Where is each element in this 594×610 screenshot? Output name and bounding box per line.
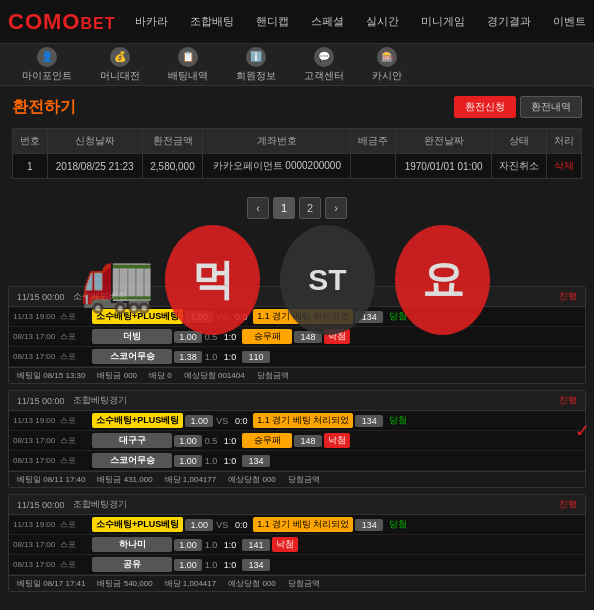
betting-history-nav[interactable]: 📋 배팅내역 <box>156 43 220 87</box>
bet-score: 1:0 <box>220 560 240 570</box>
bet-panel-3-header: 11/15 00:00 조합베팅경기 진행 <box>9 495 585 515</box>
bet-odds-a: 148 <box>294 435 322 447</box>
panel3-status: 진행 <box>559 498 577 511</box>
customer-service-nav[interactable]: 💬 고객센터 <box>292 43 356 87</box>
bet-row: 08/13 17:00 스포 공유 1.00 1.0 1:0 134 <box>9 555 585 575</box>
bet-away: 승무패 <box>242 433 292 448</box>
casino-nav[interactable]: 🎰 카시안 <box>360 43 414 87</box>
bet-home: 대구구 <box>92 433 172 448</box>
bet-league: 스포 <box>60 455 90 466</box>
bet-score: 1:0 <box>220 456 240 466</box>
customer-service-icon: 💬 <box>314 47 334 67</box>
customer-service-label: 고객센터 <box>304 69 344 83</box>
bet-home: 더빙 <box>92 329 172 344</box>
bet-row: 11/13 19:00 스포 소수배팅+PLUS베팅 1.00 VS 0:0 1… <box>9 411 585 431</box>
footer-result-label: 당첨금액 <box>288 578 320 589</box>
panel2-date: 11/15 00:00 <box>17 396 65 406</box>
footer-expected: 예상당첨 000 <box>228 578 276 589</box>
bet-score: 0:0 <box>231 520 251 530</box>
footer-rate: 배당 1,004417 <box>165 578 217 589</box>
cell-status: 자진취소 <box>491 154 547 179</box>
bet-panel-1: 11/15 00:00 소수배팅베팅 진행 11/13 19:00 스포 소수배… <box>8 286 586 384</box>
bet-score: 1:0 <box>220 352 240 362</box>
next-page-button[interactable]: › <box>325 197 347 219</box>
bet-odds-h: 1.00 <box>185 311 213 323</box>
bet-odds-h: 1.00 <box>174 539 202 551</box>
nav-event[interactable]: 이벤트 <box>543 10 594 33</box>
footer-date: 베팅일 08/17 17:41 <box>17 578 85 589</box>
betting-history-label: 배팅내역 <box>168 69 208 83</box>
nav-live[interactable]: 실시간 <box>356 10 409 33</box>
col-request-date: 신청날짜 <box>47 129 142 154</box>
footer-amount: 배팅금 431,000 <box>97 474 152 485</box>
bet-away: 1.1 경기 베팅 처리되었 <box>253 413 353 428</box>
bet-odds-h: 1.38 <box>174 351 202 363</box>
bet-panel-2-footer: 베팅일 08/11 17:40 배팅금 431,000 배당 1,004177 … <box>9 471 585 487</box>
bet-odds-a: 134 <box>355 519 383 531</box>
money-battle-nav[interactable]: 💰 머니대전 <box>88 43 152 87</box>
withdrawal-request-button[interactable]: 환전신청 <box>454 96 516 118</box>
bet-odds-a: 134 <box>242 455 270 467</box>
table-row: 1 2018/08/25 21:23 2,580,000 카카오페이먼트 000… <box>13 154 582 179</box>
bet-row: 11/13 19:00 스포 소수배팅+PLUS베팅 1.00 VS 0:0 1… <box>9 515 585 535</box>
bet-vs: 1.0 <box>204 352 218 362</box>
bet-vs: 0.5 <box>204 332 218 342</box>
bet-panel-2: 11/15 00:00 조합베팅경기 진행 11/13 19:00 스포 소수배… <box>8 390 586 488</box>
bet-home: 소수배팅+PLUS베팅 <box>92 517 183 532</box>
page-2-button[interactable]: 2 <box>299 197 321 219</box>
nav-result[interactable]: 경기결과 <box>477 10 541 33</box>
bet-date: 08/13 17:00 <box>13 352 58 361</box>
bet-score: 1:0 <box>220 332 240 342</box>
panel3-date: 11/15 00:00 <box>17 500 65 510</box>
checkmark-icon: ✓ <box>575 420 590 442</box>
bet-vs: VS <box>215 520 229 530</box>
cell-action[interactable]: 삭제 <box>547 154 582 179</box>
nav-handicap[interactable]: 핸디캡 <box>246 10 299 33</box>
bet-vs: VS <box>215 416 229 426</box>
nav-minigame[interactable]: 미니게임 <box>411 10 475 33</box>
nav-special[interactable]: 스페셜 <box>301 10 354 33</box>
money-battle-icon: 💰 <box>110 47 130 67</box>
nav-combo[interactable]: 조합배팅 <box>180 10 244 33</box>
page-1-button[interactable]: 1 <box>273 197 295 219</box>
bet-league: 스포 <box>60 311 90 322</box>
nav-baccarat[interactable]: 바카라 <box>125 10 178 33</box>
col-holder: 배금주 <box>351 129 396 154</box>
pagination: ‹ 1 2 › <box>12 189 582 227</box>
bet-home: 공유 <box>92 557 172 572</box>
bet-score: 0:0 <box>231 312 251 322</box>
header-buttons: 환전신청 환전내역 <box>454 96 582 118</box>
bet-result-status: 당첨 <box>385 517 411 532</box>
logo-bet: BET <box>80 15 115 32</box>
bet-home: 소수배팅+PLUS베팅 <box>92 309 183 324</box>
bet-vs: VS <box>215 312 229 322</box>
footer-result-label: 당첨금액 <box>288 474 320 485</box>
bet-panel-1-header: 11/15 00:00 소수배팅베팅 진행 <box>9 287 585 307</box>
bet-result-status: 당첨 <box>385 413 411 428</box>
footer-rate: 배당 0 <box>149 370 172 381</box>
panel1-status: 진행 <box>559 290 577 303</box>
bet-vs: 1.0 <box>204 560 218 570</box>
bet-date: 11/13 19:00 <box>13 312 58 321</box>
footer-amount: 배팅금 000 <box>97 370 137 381</box>
my-points-nav[interactable]: 👤 마이포인트 <box>10 43 84 87</box>
bet-odds-a: 134 <box>242 559 270 571</box>
bet-vs: 0.5 <box>204 436 218 446</box>
bet-panel-2-header: 11/15 00:00 조합베팅경기 진행 <box>9 391 585 411</box>
withdrawal-history-button[interactable]: 환전내역 <box>520 96 582 118</box>
bet-result-status: 낙첨 <box>324 329 350 344</box>
col-action: 처리 <box>547 129 582 154</box>
bet-row: 08/13 17:00 스포 스코어무승 1.00 1.0 1:0 134 <box>9 451 585 471</box>
member-info-nav[interactable]: ℹ️ 회원정보 <box>224 43 288 87</box>
bet-home: 하나미 <box>92 537 172 552</box>
prev-page-button[interactable]: ‹ <box>247 197 269 219</box>
bet-row: 08/13 17:00 스포 더빙 1.00 0.5 1:0 승무패 148 낙… <box>9 327 585 347</box>
panel2-league: 조합베팅경기 <box>73 394 127 407</box>
bet-row: 08/13 17:00 스포 대구구 1.00 0.5 1:0 승무패 148 … <box>9 431 585 451</box>
bet-home: 소수배팅+PLUS베팅 <box>92 413 183 428</box>
icon-navigation: 👤 마이포인트 💰 머니대전 📋 배팅내역 ℹ️ 회원정보 💬 고객센터 🎰 카… <box>0 44 594 86</box>
bet-away: 승무패 <box>242 329 292 344</box>
footer-result-label: 당첨금액 <box>257 370 289 381</box>
bet-league: 스포 <box>60 519 90 530</box>
betting-history-icon: 📋 <box>178 47 198 67</box>
